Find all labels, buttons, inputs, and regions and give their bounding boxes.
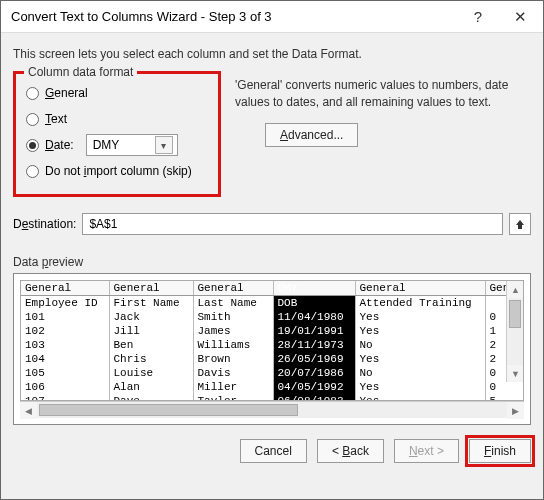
table-cell[interactable]: 105	[21, 366, 109, 380]
help-button[interactable]: ?	[457, 2, 499, 32]
table-cell[interactable]: 101	[21, 310, 109, 324]
advanced-button[interactable]: Advanced...	[265, 123, 358, 147]
button-bar: Cancel < Back Next > Finish	[13, 439, 531, 463]
destination-label: Destination:	[13, 217, 76, 231]
table-cell[interactable]: 107	[21, 394, 109, 401]
scroll-thumb[interactable]	[39, 404, 298, 416]
table-cell[interactable]: Smith	[193, 310, 273, 324]
table-cell[interactable]: Yes	[355, 310, 485, 324]
column-header[interactable]: DMY	[273, 281, 355, 296]
table-cell[interactable]: Last Name	[193, 296, 273, 311]
table-cell[interactable]: 20/07/1986	[273, 366, 355, 380]
table-cell[interactable]: 103	[21, 338, 109, 352]
table-cell[interactable]: Davis	[193, 366, 273, 380]
table-cell[interactable]: Williams	[193, 338, 273, 352]
radio-label: Do not import column (skip)	[45, 164, 192, 178]
arrow-up-icon	[514, 218, 526, 230]
destination-input[interactable]	[82, 213, 503, 235]
table-cell[interactable]: 06/08/1983	[273, 394, 355, 401]
preview-grid[interactable]: GeneralGeneralGeneralDMYGeneralGeneralGe…	[20, 280, 524, 401]
table-cell[interactable]: Attended Training	[355, 296, 485, 311]
column-header[interactable]: General	[355, 281, 485, 296]
wizard-dialog: Convert Text to Columns Wizard - Step 3 …	[0, 0, 544, 500]
table-cell[interactable]: First Name	[109, 296, 193, 311]
table-cell[interactable]: 04/05/1992	[273, 380, 355, 394]
radio-text[interactable]: Text	[26, 106, 208, 132]
date-format-select[interactable]: DMY ▾	[86, 134, 178, 156]
scroll-right-icon[interactable]: ▶	[507, 402, 524, 419]
vertical-scrollbar[interactable]: ▲ ▼	[506, 281, 523, 382]
table-cell[interactable]: Dave	[109, 394, 193, 401]
data-preview-label: Data preview	[13, 255, 531, 269]
radio-icon	[26, 87, 39, 100]
table-cell[interactable]: Yes	[355, 380, 485, 394]
column-header[interactable]: General	[109, 281, 193, 296]
finish-button[interactable]: Finish	[469, 439, 531, 463]
table-cell[interactable]: Employee ID	[21, 296, 109, 311]
table-cell[interactable]: 26/05/1969	[273, 352, 355, 366]
table-cell[interactable]: Chris	[109, 352, 193, 366]
table-cell[interactable]: No	[355, 366, 485, 380]
radio-icon	[26, 113, 39, 126]
next-button: Next >	[394, 439, 459, 463]
format-description: 'General' converts numeric values to num…	[235, 77, 527, 111]
horizontal-scrollbar[interactable]: ◀ ▶	[20, 401, 524, 418]
select-value: DMY	[93, 138, 120, 152]
table-cell[interactable]: 106	[21, 380, 109, 394]
radio-icon	[26, 139, 39, 152]
table-cell[interactable]: Alan	[109, 380, 193, 394]
radio-skip[interactable]: Do not import column (skip)	[26, 158, 208, 184]
table-cell[interactable]: 5	[485, 394, 524, 401]
radio-label: Date:	[45, 138, 74, 152]
table-cell[interactable]: Brown	[193, 352, 273, 366]
radio-icon	[26, 165, 39, 178]
radio-label: General	[45, 86, 88, 100]
cancel-button[interactable]: Cancel	[240, 439, 307, 463]
close-button[interactable]: ✕	[499, 2, 541, 32]
table-cell[interactable]: Louise	[109, 366, 193, 380]
scroll-down-icon[interactable]: ▼	[507, 365, 524, 382]
table-cell[interactable]: James	[193, 324, 273, 338]
data-preview: GeneralGeneralGeneralDMYGeneralGeneralGe…	[13, 273, 531, 425]
radio-date[interactable]: Date: DMY ▾	[26, 132, 208, 158]
format-legend: Column data format	[24, 65, 137, 79]
table-cell[interactable]: Jack	[109, 310, 193, 324]
table-cell[interactable]: 0	[485, 380, 524, 394]
dialog-title: Convert Text to Columns Wizard - Step 3 …	[11, 9, 457, 24]
table-cell[interactable]: 104	[21, 352, 109, 366]
scroll-up-icon[interactable]: ▲	[507, 281, 524, 298]
table-cell[interactable]: Yes	[355, 352, 485, 366]
table-cell[interactable]: Taylor	[193, 394, 273, 401]
collapse-dialog-button[interactable]	[509, 213, 531, 235]
chevron-down-icon: ▾	[155, 136, 173, 154]
table-cell[interactable]: Jill	[109, 324, 193, 338]
titlebar: Convert Text to Columns Wizard - Step 3 …	[1, 1, 543, 33]
table-cell[interactable]: 102	[21, 324, 109, 338]
radio-general[interactable]: General	[26, 80, 208, 106]
table-cell[interactable]: 11/04/1980	[273, 310, 355, 324]
column-data-format-group: Column data format General Text Date: DM…	[13, 71, 221, 197]
back-button[interactable]: < Back	[317, 439, 384, 463]
table-cell[interactable]: No	[355, 338, 485, 352]
column-header[interactable]: General	[21, 281, 109, 296]
table-cell[interactable]: Miller	[193, 380, 273, 394]
table-cell[interactable]: 28/11/1973	[273, 338, 355, 352]
table-cell[interactable]: Ben	[109, 338, 193, 352]
intro-text: This screen lets you select each column …	[13, 47, 531, 61]
column-header[interactable]: General	[193, 281, 273, 296]
radio-label: Text	[45, 112, 67, 126]
table-cell[interactable]: DOB	[273, 296, 355, 311]
table-cell[interactable]: Yes	[355, 324, 485, 338]
scroll-thumb[interactable]	[509, 300, 521, 328]
scroll-left-icon[interactable]: ◀	[20, 402, 37, 419]
table-cell[interactable]: 19/01/1991	[273, 324, 355, 338]
table-cell[interactable]: Yes	[355, 394, 485, 401]
